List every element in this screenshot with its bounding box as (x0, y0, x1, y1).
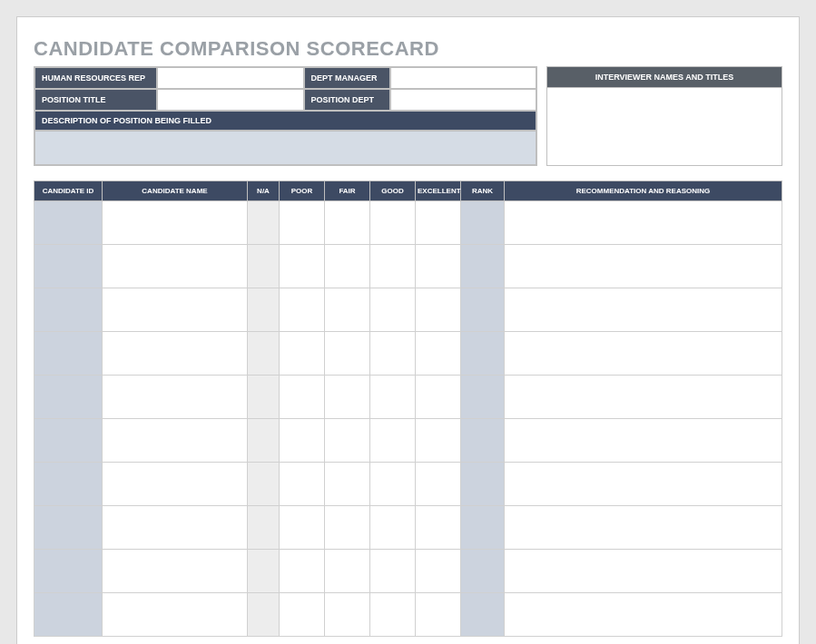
cell-recommendation[interactable] (505, 332, 782, 376)
cell-excellent[interactable] (416, 376, 461, 419)
cell-candidate-name[interactable] (103, 201, 248, 245)
cell-poor[interactable] (280, 550, 325, 593)
cell-good[interactable] (370, 550, 416, 593)
cell-na[interactable] (248, 419, 280, 463)
cell-na[interactable] (248, 506, 280, 550)
cell-good[interactable] (370, 419, 416, 463)
cell-excellent[interactable] (416, 550, 461, 593)
cell-excellent[interactable] (416, 288, 461, 332)
cell-candidate-name[interactable] (103, 419, 248, 463)
cell-poor[interactable] (280, 201, 325, 245)
cell-candidate-id[interactable] (34, 201, 103, 245)
cell-na[interactable] (248, 332, 280, 376)
cell-recommendation[interactable] (505, 288, 782, 332)
cell-fair[interactable] (325, 463, 370, 506)
cell-recommendation[interactable] (505, 463, 782, 506)
cell-candidate-id[interactable] (34, 506, 103, 550)
cell-na[interactable] (248, 376, 280, 419)
position-dept-label: POSITION DEPT (304, 89, 390, 111)
cell-rank[interactable] (461, 201, 505, 245)
th-candidate-id: CANDIDATE ID (34, 181, 103, 201)
cell-recommendation[interactable] (505, 593, 782, 637)
cell-poor[interactable] (280, 419, 325, 463)
cell-fair[interactable] (325, 550, 370, 593)
cell-candidate-id[interactable] (34, 288, 103, 332)
cell-candidate-id[interactable] (34, 419, 103, 463)
cell-excellent[interactable] (416, 593, 461, 637)
cell-fair[interactable] (325, 245, 370, 288)
cell-poor[interactable] (280, 376, 325, 419)
cell-recommendation[interactable] (505, 376, 782, 419)
cell-recommendation[interactable] (505, 245, 782, 288)
cell-rank[interactable] (461, 593, 505, 637)
cell-fair[interactable] (325, 593, 370, 637)
cell-poor[interactable] (280, 506, 325, 550)
cell-candidate-name[interactable] (103, 463, 248, 506)
cell-excellent[interactable] (416, 463, 461, 506)
table-row (34, 419, 782, 463)
cell-fair[interactable] (325, 201, 370, 245)
cell-good[interactable] (370, 201, 416, 245)
cell-poor[interactable] (280, 463, 325, 506)
cell-candidate-name[interactable] (103, 245, 248, 288)
cell-candidate-name[interactable] (103, 593, 248, 637)
cell-rank[interactable] (461, 376, 505, 419)
cell-rank[interactable] (461, 550, 505, 593)
cell-candidate-name[interactable] (103, 550, 248, 593)
cell-candidate-id[interactable] (34, 550, 103, 593)
cell-rank[interactable] (461, 332, 505, 376)
cell-good[interactable] (370, 593, 416, 637)
cell-na[interactable] (248, 245, 280, 288)
cell-rank[interactable] (461, 288, 505, 332)
cell-fair[interactable] (325, 288, 370, 332)
position-title-field[interactable] (157, 89, 304, 111)
cell-na[interactable] (248, 463, 280, 506)
cell-poor[interactable] (280, 245, 325, 288)
cell-na[interactable] (248, 550, 280, 593)
cell-rank[interactable] (461, 419, 505, 463)
cell-na[interactable] (248, 288, 280, 332)
dept-manager-field[interactable] (390, 67, 537, 89)
cell-excellent[interactable] (416, 332, 461, 376)
cell-candidate-id[interactable] (34, 376, 103, 419)
cell-candidate-name[interactable] (103, 332, 248, 376)
cell-rank[interactable] (461, 463, 505, 506)
cell-candidate-name[interactable] (103, 506, 248, 550)
cell-na[interactable] (248, 593, 280, 637)
cell-poor[interactable] (280, 332, 325, 376)
cell-excellent[interactable] (416, 201, 461, 245)
cell-good[interactable] (370, 245, 416, 288)
hr-rep-field[interactable] (157, 67, 304, 89)
cell-good[interactable] (370, 463, 416, 506)
cell-poor[interactable] (280, 288, 325, 332)
cell-recommendation[interactable] (505, 201, 782, 245)
cell-fair[interactable] (325, 376, 370, 419)
description-field[interactable] (34, 131, 536, 165)
cell-recommendation[interactable] (505, 506, 782, 550)
interviewer-field[interactable] (546, 88, 782, 166)
cell-candidate-id[interactable] (34, 332, 103, 376)
cell-good[interactable] (370, 332, 416, 376)
cell-recommendation[interactable] (505, 419, 782, 463)
th-candidate-name: CANDIDATE NAME (103, 181, 248, 201)
cell-rank[interactable] (461, 506, 505, 550)
cell-candidate-name[interactable] (103, 288, 248, 332)
position-dept-field[interactable] (390, 89, 537, 111)
cell-candidate-id[interactable] (34, 245, 103, 288)
cell-fair[interactable] (325, 419, 370, 463)
cell-good[interactable] (370, 506, 416, 550)
cell-candidate-name[interactable] (103, 376, 248, 419)
cell-excellent[interactable] (416, 245, 461, 288)
cell-good[interactable] (370, 288, 416, 332)
cell-recommendation[interactable] (505, 550, 782, 593)
cell-excellent[interactable] (416, 419, 461, 463)
cell-rank[interactable] (461, 245, 505, 288)
cell-fair[interactable] (325, 506, 370, 550)
cell-na[interactable] (248, 201, 280, 245)
cell-poor[interactable] (280, 593, 325, 637)
cell-good[interactable] (370, 376, 416, 419)
cell-excellent[interactable] (416, 506, 461, 550)
cell-candidate-id[interactable] (34, 463, 103, 506)
cell-candidate-id[interactable] (34, 593, 103, 637)
cell-fair[interactable] (325, 332, 370, 376)
